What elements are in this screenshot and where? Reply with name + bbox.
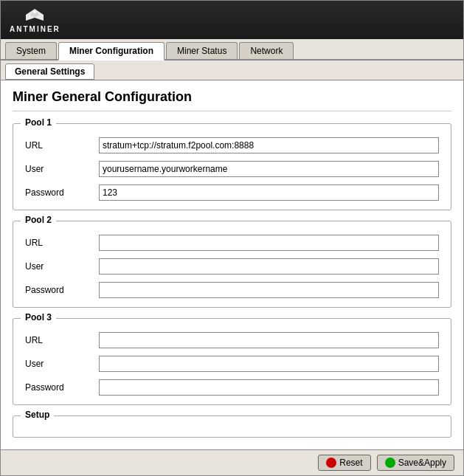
reset-button[interactable]: Reset [318,455,370,471]
pool2-url-label: URL [25,238,99,248]
pool1-legend: Pool 1 [21,117,56,128]
tab-network[interactable]: Network [239,42,294,59]
save-icon [385,458,395,468]
pool3-user-input[interactable] [99,356,439,372]
pool2-group: Pool 2 URL User Password [13,221,451,308]
save-apply-button[interactable]: Save&Apply [377,455,454,471]
reset-label: Reset [339,458,362,468]
page-title: Miner General Configuration [13,89,451,111]
pool3-url-label: URL [25,335,99,345]
pool3-password-input[interactable] [99,379,439,396]
setup-legend: Setup [21,410,54,420]
pool1-url-input[interactable] [99,137,439,154]
pool3-user-row: User [25,356,439,372]
pool3-legend: Pool 3 [21,312,56,322]
pool2-url-row: URL [25,235,439,251]
pool3-password-row: Password [25,379,439,396]
tab-system[interactable]: System [5,42,57,59]
logo-text: ANTMINER [10,25,60,33]
pool1-url-row: URL [25,137,439,154]
pool3-user-label: User [25,359,99,369]
svg-point-2 [33,10,36,13]
sub-nav-bar: General Settings [1,61,463,80]
pool3-group: Pool 3 URL User Password [13,318,451,405]
pool2-password-input[interactable] [99,282,439,298]
pool2-password-row: Password [25,282,439,298]
pool1-url-label: URL [25,140,99,151]
pool2-user-input[interactable] [99,258,439,275]
pool3-url-row: URL [25,332,439,348]
setup-group: Setup [13,415,451,438]
logo-area: ANTMINER [10,7,60,33]
pool2-legend: Pool 2 [21,215,56,225]
pool1-group: Pool 1 URL User Password [13,123,451,210]
pool2-user-row: User [25,258,439,275]
pool1-user-label: User [25,164,99,174]
save-label: Save&Apply [398,458,446,468]
pool1-user-row: User [25,161,439,177]
tab-miner-configuration[interactable]: Miner Configuration [58,42,165,61]
reset-icon [326,458,336,468]
pool1-password-row: Password [25,184,439,201]
subtab-general-settings[interactable]: General Settings [5,63,94,80]
header: ANTMINER [1,1,463,39]
content-area: Miner General Configuration Pool 1 URL U… [1,80,463,449]
pool3-password-label: Password [25,382,99,393]
pool1-password-input[interactable] [99,184,439,201]
pool2-url-input[interactable] [99,235,439,251]
pool2-password-label: Password [25,285,99,295]
antminer-logo-icon [24,7,45,24]
footer-bar: Reset Save&Apply [1,449,463,475]
pool2-user-label: User [25,261,99,272]
app-wrapper: ANTMINER System Miner Configuration Mine… [0,0,464,476]
pool1-password-label: Password [25,187,99,198]
pool3-url-input[interactable] [99,332,439,348]
tab-miner-status[interactable]: Miner Status [166,42,238,59]
pool1-user-input[interactable] [99,161,439,177]
nav-bar: System Miner Configuration Miner Status … [1,39,463,61]
